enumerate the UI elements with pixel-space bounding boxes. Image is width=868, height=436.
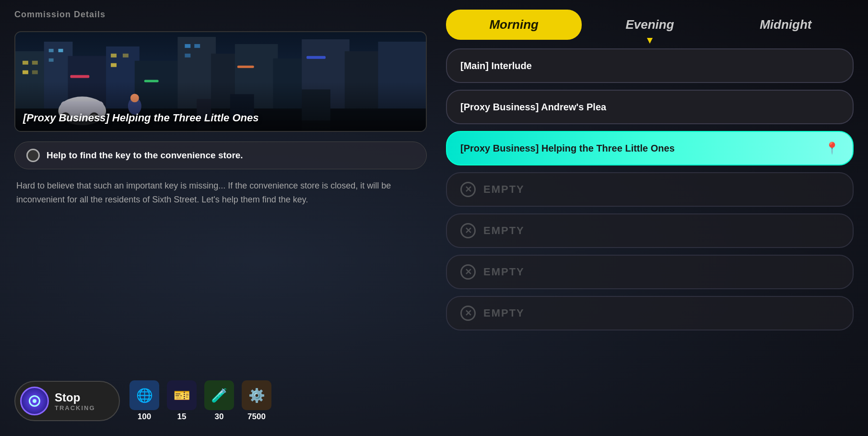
quest-item-proxy-andrew[interactable]: [Proxy Business] Andrew's Plea xyxy=(446,90,854,124)
quest-banner: [Proxy Business] Helping the Three Littl… xyxy=(14,31,427,132)
quest-description: Hard to believe that such an important k… xyxy=(14,179,427,207)
quest-item-empty-4[interactable]: ✕ EMPTY xyxy=(446,296,854,330)
page-container: Commission Details xyxy=(0,0,868,436)
tab-midnight[interactable]: Midnight xyxy=(718,10,854,40)
tab-morning[interactable]: Morning xyxy=(446,10,582,40)
right-panel: Morning Evening Midnight [Main] Interlud… xyxy=(446,10,854,426)
quest-item-label: [Proxy Business] Andrew's Plea xyxy=(460,102,839,113)
empty-slot-icon: ✕ xyxy=(460,223,476,238)
empty-slot-label: EMPTY xyxy=(483,224,525,237)
quest-banner-title: [Proxy Business] Helping the Three Littl… xyxy=(23,112,258,124)
empty-slot-icon: ✕ xyxy=(460,182,476,197)
objective-icon xyxy=(26,149,40,162)
empty-slot-label: EMPTY xyxy=(483,307,525,319)
left-panel: Commission Details xyxy=(14,10,427,426)
tab-evening[interactable]: Evening xyxy=(582,10,717,40)
time-tabs: Morning Evening Midnight xyxy=(446,10,854,40)
quest-item-label: [Main] Interlude xyxy=(460,60,839,71)
quest-item-empty-3[interactable]: ✕ EMPTY xyxy=(446,255,854,289)
empty-slot-label: EMPTY xyxy=(483,266,525,278)
quest-item-empty-2[interactable]: ✕ EMPTY xyxy=(446,213,854,248)
empty-slot-icon: ✕ xyxy=(460,264,476,280)
tab-active-indicator xyxy=(647,38,653,44)
objective-row: Help to find the key to the convenience … xyxy=(14,141,427,169)
empty-slot-icon: ✕ xyxy=(460,306,476,321)
page-title: Commission Details xyxy=(14,10,427,20)
quest-location-icon: 📍 xyxy=(825,141,839,155)
quest-item-label: [Proxy Business] Helping the Three Littl… xyxy=(460,143,825,154)
quest-item-empty-1[interactable]: ✕ EMPTY xyxy=(446,172,854,207)
quest-item-proxy-three-little[interactable]: [Proxy Business] Helping the Three Littl… xyxy=(446,131,854,165)
quest-list: [Main] Interlude [Proxy Business] Andrew… xyxy=(446,48,854,330)
objective-text: Help to find the key to the convenience … xyxy=(47,150,243,161)
quest-item-main-interlude[interactable]: [Main] Interlude xyxy=(446,48,854,83)
empty-slot-label: EMPTY xyxy=(483,183,525,196)
